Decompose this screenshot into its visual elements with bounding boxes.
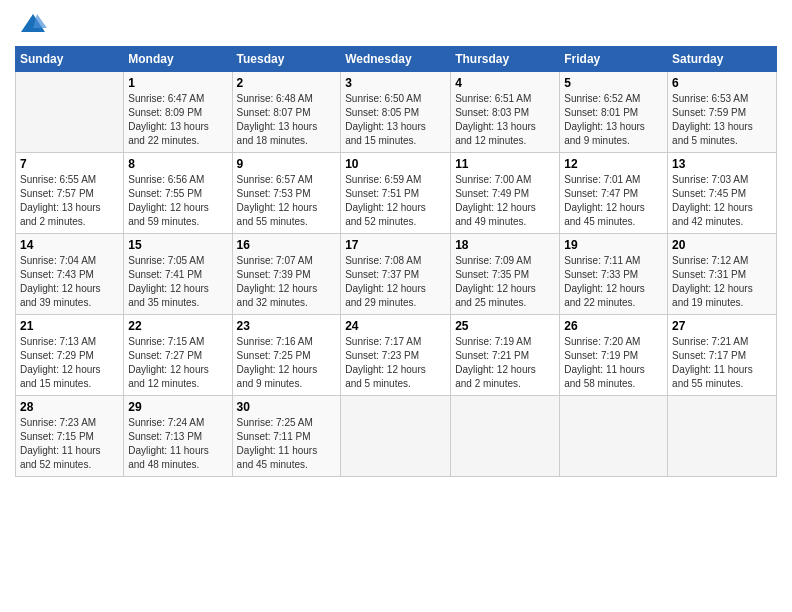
day-info: Sunrise: 6:50 AM Sunset: 8:05 PM Dayligh… [345, 92, 446, 148]
day-number: 29 [128, 400, 227, 414]
day-info: Sunrise: 7:12 AM Sunset: 7:31 PM Dayligh… [672, 254, 772, 310]
day-info: Sunrise: 7:05 AM Sunset: 7:41 PM Dayligh… [128, 254, 227, 310]
day-number: 18 [455, 238, 555, 252]
day-number: 3 [345, 76, 446, 90]
calendar-cell: 10Sunrise: 6:59 AM Sunset: 7:51 PM Dayli… [341, 153, 451, 234]
calendar-cell: 24Sunrise: 7:17 AM Sunset: 7:23 PM Dayli… [341, 315, 451, 396]
calendar-cell [560, 396, 668, 477]
header-tuesday: Tuesday [232, 47, 341, 72]
calendar-cell: 1Sunrise: 6:47 AM Sunset: 8:09 PM Daylig… [124, 72, 232, 153]
day-info: Sunrise: 6:52 AM Sunset: 8:01 PM Dayligh… [564, 92, 663, 148]
day-info: Sunrise: 7:07 AM Sunset: 7:39 PM Dayligh… [237, 254, 337, 310]
calendar-cell [668, 396, 777, 477]
day-info: Sunrise: 7:23 AM Sunset: 7:15 PM Dayligh… [20, 416, 119, 472]
day-number: 8 [128, 157, 227, 171]
calendar-cell: 30Sunrise: 7:25 AM Sunset: 7:11 PM Dayli… [232, 396, 341, 477]
calendar-week-row: 28Sunrise: 7:23 AM Sunset: 7:15 PM Dayli… [16, 396, 777, 477]
calendar-table: SundayMondayTuesdayWednesdayThursdayFrid… [15, 46, 777, 477]
calendar-cell: 20Sunrise: 7:12 AM Sunset: 7:31 PM Dayli… [668, 234, 777, 315]
day-number: 15 [128, 238, 227, 252]
day-number: 17 [345, 238, 446, 252]
day-number: 11 [455, 157, 555, 171]
calendar-week-row: 7Sunrise: 6:55 AM Sunset: 7:57 PM Daylig… [16, 153, 777, 234]
calendar-cell: 22Sunrise: 7:15 AM Sunset: 7:27 PM Dayli… [124, 315, 232, 396]
day-info: Sunrise: 7:01 AM Sunset: 7:47 PM Dayligh… [564, 173, 663, 229]
day-info: Sunrise: 6:53 AM Sunset: 7:59 PM Dayligh… [672, 92, 772, 148]
day-info: Sunrise: 7:16 AM Sunset: 7:25 PM Dayligh… [237, 335, 337, 391]
day-info: Sunrise: 6:55 AM Sunset: 7:57 PM Dayligh… [20, 173, 119, 229]
calendar-cell [451, 396, 560, 477]
day-number: 5 [564, 76, 663, 90]
day-info: Sunrise: 7:04 AM Sunset: 7:43 PM Dayligh… [20, 254, 119, 310]
day-info: Sunrise: 7:21 AM Sunset: 7:17 PM Dayligh… [672, 335, 772, 391]
calendar-cell: 18Sunrise: 7:09 AM Sunset: 7:35 PM Dayli… [451, 234, 560, 315]
day-info: Sunrise: 7:11 AM Sunset: 7:33 PM Dayligh… [564, 254, 663, 310]
day-number: 16 [237, 238, 337, 252]
calendar-cell: 13Sunrise: 7:03 AM Sunset: 7:45 PM Dayli… [668, 153, 777, 234]
day-info: Sunrise: 7:08 AM Sunset: 7:37 PM Dayligh… [345, 254, 446, 310]
day-number: 21 [20, 319, 119, 333]
calendar-cell: 23Sunrise: 7:16 AM Sunset: 7:25 PM Dayli… [232, 315, 341, 396]
calendar-cell: 14Sunrise: 7:04 AM Sunset: 7:43 PM Dayli… [16, 234, 124, 315]
day-number: 24 [345, 319, 446, 333]
day-number: 1 [128, 76, 227, 90]
calendar-cell: 3Sunrise: 6:50 AM Sunset: 8:05 PM Daylig… [341, 72, 451, 153]
header-saturday: Saturday [668, 47, 777, 72]
day-number: 12 [564, 157, 663, 171]
header-thursday: Thursday [451, 47, 560, 72]
calendar-cell: 9Sunrise: 6:57 AM Sunset: 7:53 PM Daylig… [232, 153, 341, 234]
calendar-cell: 12Sunrise: 7:01 AM Sunset: 7:47 PM Dayli… [560, 153, 668, 234]
calendar-cell: 8Sunrise: 6:56 AM Sunset: 7:55 PM Daylig… [124, 153, 232, 234]
calendar-week-row: 21Sunrise: 7:13 AM Sunset: 7:29 PM Dayli… [16, 315, 777, 396]
day-number: 4 [455, 76, 555, 90]
day-number: 20 [672, 238, 772, 252]
day-number: 19 [564, 238, 663, 252]
day-info: Sunrise: 7:15 AM Sunset: 7:27 PM Dayligh… [128, 335, 227, 391]
calendar-cell: 19Sunrise: 7:11 AM Sunset: 7:33 PM Dayli… [560, 234, 668, 315]
day-info: Sunrise: 7:24 AM Sunset: 7:13 PM Dayligh… [128, 416, 227, 472]
header-monday: Monday [124, 47, 232, 72]
calendar-cell: 6Sunrise: 6:53 AM Sunset: 7:59 PM Daylig… [668, 72, 777, 153]
calendar-cell [341, 396, 451, 477]
day-number: 25 [455, 319, 555, 333]
calendar-cell: 15Sunrise: 7:05 AM Sunset: 7:41 PM Dayli… [124, 234, 232, 315]
day-info: Sunrise: 6:51 AM Sunset: 8:03 PM Dayligh… [455, 92, 555, 148]
day-number: 7 [20, 157, 119, 171]
calendar-cell [16, 72, 124, 153]
calendar-cell: 26Sunrise: 7:20 AM Sunset: 7:19 PM Dayli… [560, 315, 668, 396]
calendar-cell: 25Sunrise: 7:19 AM Sunset: 7:21 PM Dayli… [451, 315, 560, 396]
day-info: Sunrise: 7:09 AM Sunset: 7:35 PM Dayligh… [455, 254, 555, 310]
day-number: 6 [672, 76, 772, 90]
day-info: Sunrise: 7:00 AM Sunset: 7:49 PM Dayligh… [455, 173, 555, 229]
header-wednesday: Wednesday [341, 47, 451, 72]
calendar-cell: 11Sunrise: 7:00 AM Sunset: 7:49 PM Dayli… [451, 153, 560, 234]
day-info: Sunrise: 7:17 AM Sunset: 7:23 PM Dayligh… [345, 335, 446, 391]
day-number: 9 [237, 157, 337, 171]
day-number: 13 [672, 157, 772, 171]
day-number: 10 [345, 157, 446, 171]
calendar-cell: 21Sunrise: 7:13 AM Sunset: 7:29 PM Dayli… [16, 315, 124, 396]
day-number: 30 [237, 400, 337, 414]
day-info: Sunrise: 6:57 AM Sunset: 7:53 PM Dayligh… [237, 173, 337, 229]
day-info: Sunrise: 6:47 AM Sunset: 8:09 PM Dayligh… [128, 92, 227, 148]
calendar-week-row: 1Sunrise: 6:47 AM Sunset: 8:09 PM Daylig… [16, 72, 777, 153]
calendar-cell: 29Sunrise: 7:24 AM Sunset: 7:13 PM Dayli… [124, 396, 232, 477]
day-number: 22 [128, 319, 227, 333]
day-info: Sunrise: 6:56 AM Sunset: 7:55 PM Dayligh… [128, 173, 227, 229]
day-number: 27 [672, 319, 772, 333]
header-friday: Friday [560, 47, 668, 72]
calendar-cell: 17Sunrise: 7:08 AM Sunset: 7:37 PM Dayli… [341, 234, 451, 315]
calendar-cell: 16Sunrise: 7:07 AM Sunset: 7:39 PM Dayli… [232, 234, 341, 315]
header-sunday: Sunday [16, 47, 124, 72]
svg-marker-1 [33, 14, 47, 28]
calendar-header-row: SundayMondayTuesdayWednesdayThursdayFrid… [16, 47, 777, 72]
day-number: 23 [237, 319, 337, 333]
calendar-cell: 2Sunrise: 6:48 AM Sunset: 8:07 PM Daylig… [232, 72, 341, 153]
day-number: 14 [20, 238, 119, 252]
calendar-week-row: 14Sunrise: 7:04 AM Sunset: 7:43 PM Dayli… [16, 234, 777, 315]
calendar-cell: 27Sunrise: 7:21 AM Sunset: 7:17 PM Dayli… [668, 315, 777, 396]
day-info: Sunrise: 7:19 AM Sunset: 7:21 PM Dayligh… [455, 335, 555, 391]
day-info: Sunrise: 7:25 AM Sunset: 7:11 PM Dayligh… [237, 416, 337, 472]
day-info: Sunrise: 7:03 AM Sunset: 7:45 PM Dayligh… [672, 173, 772, 229]
day-number: 26 [564, 319, 663, 333]
